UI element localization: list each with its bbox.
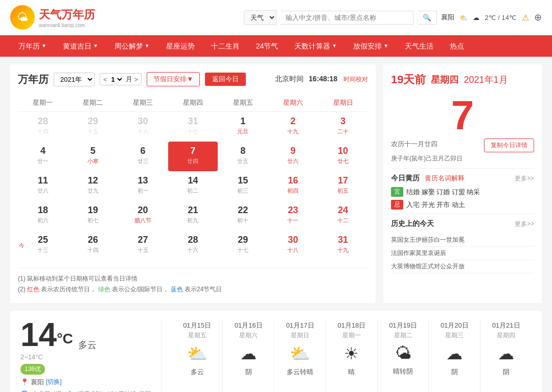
calendar-cell[interactable]: 2十九 — [268, 112, 318, 142]
month-prev-btn[interactable]: < — [103, 76, 107, 83]
calendar-cell[interactable]: 23十一 — [268, 201, 318, 230]
cal-day-number: 31 — [170, 116, 216, 127]
wind-label: 东北风 4级 — [32, 390, 62, 392]
logo-text: 天气万年历 wannianli.tianqi.com — [39, 7, 95, 28]
calendar-cell[interactable]: 29十七 — [218, 230, 268, 260]
nav-item-fangjia[interactable]: 放假安排▼ — [345, 35, 397, 57]
search-input[interactable] — [281, 11, 413, 25]
calendar-cell[interactable]: 30十八 — [268, 230, 318, 260]
note-end: 表示24节气日 — [185, 286, 222, 293]
nav-item-xingzuo[interactable]: 星座运势 — [158, 35, 203, 57]
nav-item-zhougong[interactable]: 周公解梦▼ — [106, 35, 158, 57]
calendar-cell[interactable]: 20腊八节 — [118, 201, 168, 230]
cal-lunar-text: 十七 — [170, 128, 216, 135]
cal-lunar-text: 初五 — [320, 187, 366, 195]
forecast-date: 01月18日 — [326, 321, 377, 330]
cal-lunar-text: 十五 — [70, 128, 116, 135]
calendar-cell[interactable]: 24十二 — [318, 201, 368, 230]
huangli-explanation-link[interactable]: 黄历名词解释 — [425, 174, 465, 182]
huangli-more-link[interactable]: 更多>> — [515, 174, 534, 183]
calendar-cell[interactable]: 10廿七 — [318, 142, 368, 171]
cal-day-number: 18 — [20, 205, 66, 216]
calendar-cell[interactable]: 4廿一 — [18, 142, 68, 171]
copy-detail-btn[interactable]: 复制今日详情 — [484, 139, 534, 152]
calendar-cell[interactable]: 16初四 — [268, 171, 318, 201]
history-item[interactable]: 法国作家莫里哀诞辰 — [391, 247, 534, 260]
cal-lunar-text: 十三 — [20, 246, 66, 254]
calendar-cell[interactable]: 14初二 — [168, 171, 218, 201]
history-item[interactable]: 大英博物馆正式对公众开放 — [391, 260, 534, 273]
history-title: 历史上的今天 — [391, 219, 434, 228]
calendar-title: 万年历 — [18, 73, 49, 86]
calendar-cell[interactable]: 22初十 — [218, 201, 268, 230]
forecast-date: 01月20日 — [429, 321, 480, 330]
festival-btn[interactable]: 节假日安排▼ — [147, 72, 200, 86]
calendar-cell[interactable]: 21初九 — [168, 201, 218, 230]
calendar-cell[interactable]: 31十七 — [168, 112, 218, 142]
calendar-cell[interactable]: 3二十 — [318, 112, 368, 142]
calendar-cell[interactable]: 7廿四 — [168, 142, 218, 171]
time-calibrate-link[interactable]: 时间校对 — [343, 76, 368, 83]
return-today-btn[interactable]: 返回今日 — [205, 73, 246, 86]
calendar-cell[interactable]: 31十九 — [318, 230, 368, 260]
history-more-link[interactable]: 更多>> — [515, 220, 534, 228]
logo-area: 🌤 天气万年历 wannianli.tianqi.com — [10, 5, 95, 30]
calendar-cell[interactable]: 28十六 — [168, 230, 218, 260]
calendar-cell[interactable]: 9廿六 — [268, 142, 318, 171]
cal-day-number: 26 — [70, 235, 116, 245]
nav-item-wannianli[interactable]: 万年历▼ — [10, 35, 55, 57]
calendar-cell[interactable]: 13初一 — [118, 171, 168, 201]
forecast-day: 01月17日 星期日 ⛅ 多云转晴 — [274, 318, 326, 392]
calendar-cell[interactable]: 28十四 — [18, 112, 68, 142]
search-button[interactable]: 🔍 — [418, 11, 437, 25]
weather-select[interactable]: 天气 — [244, 10, 277, 25]
forecast-weather: 阴 — [429, 367, 480, 377]
nav-item-jieqi[interactable]: 24节气 — [248, 35, 287, 57]
calendar-cell[interactable]: 8廿五 — [218, 142, 268, 171]
calendar-cell[interactable]: 6廿三 — [118, 142, 168, 171]
cal-lunar-text: 廿七 — [320, 157, 366, 165]
nav-item-shengxiao[interactable]: 十二生肖 — [203, 35, 248, 57]
add-icon[interactable]: ⊕ — [534, 12, 542, 23]
calendar-cell[interactable]: 19初七 — [68, 201, 118, 230]
calendar-cell[interactable]: 18初六 — [18, 201, 68, 230]
calendar-cell[interactable]: 1元旦 — [218, 112, 268, 142]
month-next-btn[interactable]: > — [134, 76, 139, 83]
calendar-cell[interactable]: 今25十三 — [18, 230, 68, 260]
nav-item-huangdao[interactable]: 黄道吉日▼ — [55, 35, 106, 57]
cal-lunar-text: 十九 — [320, 246, 366, 254]
calendar-cell[interactable]: 27十五 — [118, 230, 168, 260]
switch-location-link[interactable]: [切换] — [46, 378, 62, 386]
history-item[interactable]: 英国女王伊丽莎白一世加冕 — [391, 234, 534, 247]
calendar-cell[interactable]: 30十六 — [118, 112, 168, 142]
nav-label: 热点 — [450, 35, 464, 57]
nav-item-tianqi[interactable]: 天气生活 — [397, 35, 442, 57]
forecast-icon: ⛅ — [172, 344, 223, 363]
weekday-sat: 星期六 — [268, 94, 318, 112]
cal-day-number: 9 — [270, 146, 316, 156]
month-select[interactable]: 1 — [109, 75, 124, 84]
forecast-weather: 阴 — [480, 367, 532, 377]
calendar-cell[interactable]: 15初三 — [218, 171, 268, 201]
calendar-cell[interactable]: 12廿九 — [68, 171, 118, 201]
temp-label: 2℃ / 14℃ — [485, 14, 517, 21]
nav-arrow: ▼ — [383, 35, 388, 57]
year-select[interactable]: 2021年 — [54, 73, 95, 86]
big-day-number: 7 — [391, 95, 534, 136]
calendar-cell[interactable]: 26十四 — [68, 230, 118, 260]
note-prefix: (2) — [18, 286, 27, 293]
cal-lunar-text: 廿一 — [20, 157, 66, 165]
nav-label: 星座运势 — [166, 35, 195, 57]
cal-day-number: 6 — [120, 146, 166, 156]
calendar-cell[interactable]: 5小寒 — [68, 142, 118, 171]
cal-lunar-text: 十四 — [20, 128, 66, 135]
calendar-cell[interactable]: 17初五 — [318, 171, 368, 201]
cal-lunar-text: 十四 — [70, 246, 116, 254]
nav-label: 万年历 — [18, 35, 40, 57]
nav-item-redian[interactable]: 热点 — [442, 35, 472, 57]
forecast-day: 01月15日 星期五 ⛅ 多云 — [172, 318, 223, 392]
nav-item-tianshu[interactable]: 天数计算器▼ — [286, 35, 345, 57]
cal-lunar-text: 十七 — [220, 246, 266, 254]
calendar-cell[interactable]: 29十五 — [68, 112, 118, 142]
calendar-cell[interactable]: 11廿八 — [18, 171, 68, 201]
